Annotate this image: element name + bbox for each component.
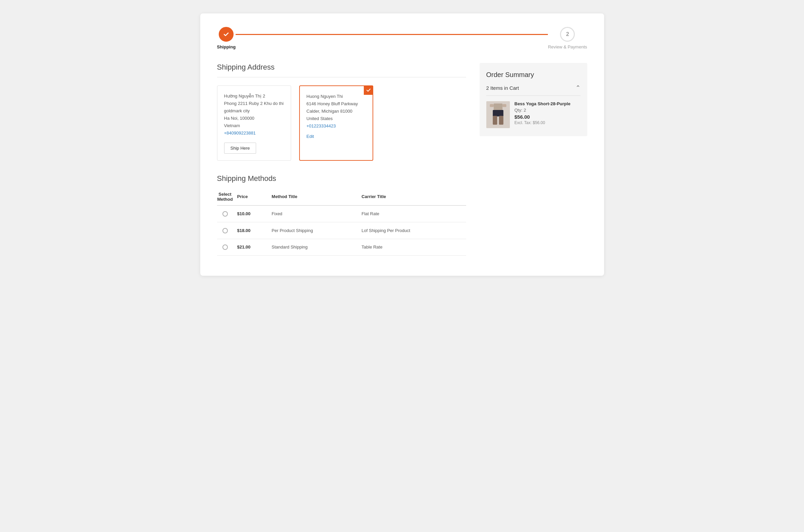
cart-items-count: 2 Items in Cart (486, 85, 519, 91)
radio-flatrate[interactable] (222, 211, 228, 216)
method-price-1: $10.00 (237, 206, 272, 222)
step-review-circle: 2 (560, 27, 575, 42)
step-shipping-label: Shipping (217, 44, 236, 50)
svg-rect-4 (493, 116, 497, 125)
step-shipping-circle (219, 27, 234, 42)
addr2-line2: Calder, Michigan 81000 (307, 108, 366, 115)
method-price-2: $18.00 (237, 222, 272, 239)
method-price-3: $21.00 (237, 239, 272, 255)
item-name-1: Bess Yoga Short-28-Purple (515, 101, 581, 106)
col-method: Method Title (272, 188, 362, 206)
cart-item-details-1: Bess Yoga Short-28-Purple Qty: 2 $56.00 … (515, 101, 581, 125)
carrier-title-1: Flat Rate (362, 206, 466, 222)
order-summary-sidebar: Order Summary 2 Items in Cart ⌃ (479, 63, 587, 255)
radio-tablerate[interactable] (222, 245, 228, 250)
svg-rect-1 (490, 104, 493, 107)
address-card-1[interactable]: Hường Nguyễn Thị 2 Phong 2211 Ruby 2 Khu… (217, 86, 291, 161)
shipping-methods-title: Shipping Methods (217, 174, 466, 183)
shipping-address-section: Shipping Address Hường Nguyễn Thị 2 Phon… (217, 63, 466, 161)
step-review-label: Review & Payments (548, 44, 587, 50)
col-price: Price (237, 188, 272, 206)
main-content: Shipping Address Hường Nguyễn Thị 2 Phon… (217, 63, 466, 255)
addr1-city: Ha Noi, 100000 (224, 115, 284, 122)
address-container: Hường Nguyễn Thị 2 Phong 2211 Ruby 2 Khu… (217, 86, 466, 161)
method-radio-2[interactable] (217, 222, 237, 239)
addr1-line1: Phong 2211 Ruby 2 Khu do thi (224, 100, 284, 107)
carrier-title-3: Table Rate (362, 239, 466, 255)
item-tax-1: Excl. Tax: $56.00 (515, 120, 581, 125)
shipping-address-title: Shipping Address (217, 63, 466, 72)
collapse-cart-icon[interactable]: ⌃ (575, 84, 581, 92)
svg-rect-5 (499, 116, 503, 125)
col-carrier: Carrier Title (362, 188, 466, 206)
addr2-line1: 6146 Honey Bluff Parkway (307, 100, 366, 108)
ship-here-button[interactable]: Ship Here (224, 142, 256, 154)
addr2-country: United States (307, 115, 366, 122)
order-summary-box: Order Summary 2 Items in Cart ⌃ (479, 63, 587, 136)
selected-badge (364, 86, 373, 95)
method-title-2: Per Product Shipping (272, 222, 362, 239)
addr2-phone[interactable]: +01223334423 (307, 124, 336, 129)
method-title-1: Fixed (272, 206, 362, 222)
step-line-1 (236, 34, 548, 35)
shipping-method-tablerate: $21.00 Standard Shipping Table Rate (217, 239, 466, 255)
shipping-method-perproduct: $18.00 Per Product Shipping Lof Shipping… (217, 222, 466, 239)
col-select: Select Method (217, 188, 237, 206)
address-2-text: Huong Nguyen Thi 6146 Honey Bluff Parkwa… (307, 93, 366, 130)
table-header-row: Select Method Price Method Title Carrier… (217, 188, 466, 206)
svg-rect-3 (493, 110, 504, 116)
svg-rect-2 (502, 104, 506, 107)
addr1-phone[interactable]: +840909223881 (224, 131, 256, 135)
item-qty-1: Qty: 2 (515, 108, 581, 113)
checkout-stepper: Shipping 2 Review & Payments (217, 27, 587, 50)
step-shipping: Shipping (217, 27, 236, 50)
svg-rect-0 (493, 103, 502, 110)
main-layout: Shipping Address Hường Nguyễn Thị 2 Phon… (217, 63, 587, 255)
shipping-divider (217, 77, 466, 77)
shipping-method-flatrate: $10.00 Fixed Flat Rate (217, 206, 466, 222)
step-review: 2 Review & Payments (548, 27, 587, 50)
method-title-3: Standard Shipping (272, 239, 362, 255)
cart-item-1: Bess Yoga Short-28-Purple Qty: 2 $56.00 … (486, 101, 581, 128)
addr2-edit-link[interactable]: Edit (307, 134, 314, 139)
order-summary-title: Order Summary (486, 71, 581, 79)
radio-perproduct[interactable] (222, 228, 228, 233)
addr1-line2: goldmark city (224, 107, 284, 115)
item-price-1: $56.00 (515, 114, 581, 120)
addr1-name: Hường Nguyễn Thị 2 (224, 93, 284, 100)
checkout-card: Shipping 2 Review & Payments Shipping Ad… (200, 14, 604, 276)
method-radio-1[interactable] (217, 206, 237, 222)
shipping-methods-section: Shipping Methods Select Method Price Met… (217, 174, 466, 256)
carrier-title-2: Lof Shipping Per Product (362, 222, 466, 239)
shipping-methods-table: Select Method Price Method Title Carrier… (217, 188, 466, 256)
method-radio-3[interactable] (217, 239, 237, 255)
addr2-name: Huong Nguyen Thi (307, 93, 366, 100)
cart-item-image-1 (486, 101, 510, 128)
addr1-country: Vietnam (224, 122, 284, 130)
cart-items-header: 2 Items in Cart ⌃ (486, 84, 581, 96)
address-1-text: Hường Nguyễn Thị 2 Phong 2211 Ruby 2 Khu… (224, 93, 284, 137)
address-card-2[interactable]: Huong Nguyen Thi 6146 Honey Bluff Parkwa… (299, 86, 373, 161)
